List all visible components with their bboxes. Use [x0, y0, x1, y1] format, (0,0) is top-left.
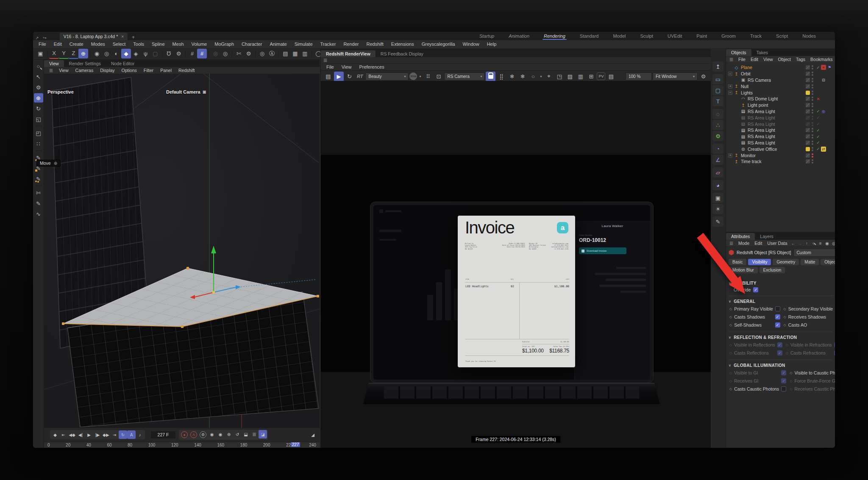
geometry[interactable]: Geometry: [773, 259, 799, 265]
keyframe-dot-icon[interactable]: ◇: [784, 307, 786, 311]
tweak-tool[interactable]: ⚙: [34, 83, 43, 92]
modeling-settings-button[interactable]: ⚙: [244, 49, 253, 58]
display-channel-button[interactable]: RGB: [409, 72, 417, 80]
attribute-toggle-row[interactable]: ◇ Visible in Reflections: [729, 342, 782, 347]
lock-camera-button[interactable]: [486, 72, 495, 81]
visibility-dots-icon[interactable]: [811, 103, 814, 107]
layer-badge[interactable]: [806, 65, 810, 69]
renderview-menu-item[interactable]: File: [323, 64, 338, 69]
attribute-checkbox[interactable]: [775, 322, 780, 327]
visibility-dots-icon[interactable]: [811, 147, 814, 151]
layer-badge[interactable]: [806, 97, 810, 101]
menu-item[interactable]: Volume: [188, 42, 211, 47]
attribute-checkbox[interactable]: [781, 378, 786, 383]
menu-item[interactable]: Select: [109, 42, 130, 47]
standard[interactable]: Standard: [573, 32, 606, 40]
hamburger-icon[interactable]: ☰: [321, 58, 330, 63]
object-tree-row[interactable]: ◇ Plane ●⚑: [726, 64, 835, 71]
attribute-checkbox[interactable]: [781, 386, 786, 391]
expand-toggle-icon[interactable]: −: [728, 91, 732, 95]
track-icon[interactable]: ◎: [831, 240, 835, 246]
menu-item[interactable]: Extensions: [387, 42, 418, 47]
keyframe-dot-icon[interactable]: ◇: [729, 387, 732, 391]
deformer-button[interactable]: ◔: [712, 144, 723, 154]
enabled-check-icon[interactable]: [815, 109, 821, 114]
texture-page-button[interactable]: ▢: [150, 49, 160, 58]
camera-button[interactable]: ▣: [712, 193, 723, 203]
palette-button[interactable]: [713, 166, 723, 166]
keyframe-dot-icon[interactable]: ◇: [784, 323, 786, 327]
bucket-rendering-button[interactable]: ⣿: [496, 72, 506, 81]
back-icon[interactable]: ←: [790, 240, 797, 246]
attribute-toggle-row[interactable]: ◇ Visible to Caustic Photons: [790, 370, 835, 375]
visibility-dots-icon[interactable]: [811, 65, 814, 69]
render-settings-button[interactable]: ▥: [300, 49, 310, 58]
hierarchy-mode-button[interactable]: ψ: [141, 49, 150, 58]
visibility-dots-icon[interactable]: [811, 109, 814, 114]
snap-toggle-button[interactable]: #: [187, 49, 197, 58]
object-name[interactable]: Plane: [741, 65, 804, 70]
material-button[interactable]: ✎: [712, 216, 723, 227]
attribute-checkbox[interactable]: [781, 370, 786, 375]
viewport-view-label[interactable]: Perspective: [47, 89, 74, 94]
visibility-dots-icon[interactable]: [811, 72, 814, 76]
object-name[interactable]: Orbit: [741, 71, 804, 76]
play-mode-button[interactable]: A: [127, 430, 136, 439]
show-diagnostics-button[interactable]: ▨: [565, 72, 575, 81]
object-name[interactable]: Creative Office: [748, 147, 804, 152]
keyframe-dot-icon[interactable]: ◇: [729, 315, 732, 319]
attributes-menu-item[interactable]: User Data: [765, 241, 790, 246]
cloner-button[interactable]: ∴: [712, 120, 723, 130]
record-parameter-toggle[interactable]: ⊕: [225, 430, 233, 438]
add-document-tab-button[interactable]: +: [128, 34, 139, 40]
record-rotation-toggle[interactable]: ◉: [216, 430, 225, 438]
attribute-toggle-row[interactable]: ◇ Force Brute-Force GI: [790, 378, 835, 383]
instance-button[interactable]: ▱: [712, 167, 723, 178]
start-ipr-button[interactable]: ▶: [334, 72, 344, 81]
visibility-dots-icon[interactable]: [811, 159, 814, 164]
layer-badge[interactable]: [806, 78, 810, 82]
objects-menu-item[interactable]: View: [761, 57, 776, 62]
zoom-level-field[interactable]: 100 %: [626, 72, 652, 80]
layout-arrow-icon[interactable]: ↗: [33, 36, 41, 40]
object-tree-row[interactable]: ▤ RS Area Light: [726, 114, 835, 121]
attribute-toggle-row[interactable]: ◇ Visible to GI: [729, 370, 786, 375]
object-tag-icon[interactable]: ⊡: [821, 78, 826, 83]
layer-badge[interactable]: [806, 116, 810, 120]
menu-item[interactable]: MoGraph: [211, 42, 238, 47]
menu-item[interactable]: Render: [339, 42, 362, 47]
menu-item[interactable]: Edit: [50, 42, 66, 47]
camera-icon[interactable]: ▣: [203, 90, 206, 94]
object-tree-row[interactable]: ◍ Creative Office ⇄: [726, 146, 835, 152]
keyframe-selection-button[interactable]: ⬓: [242, 430, 250, 438]
layer-badge[interactable]: [806, 72, 810, 76]
menu-item[interactable]: Tools: [129, 42, 148, 47]
visibility-dots-icon[interactable]: [811, 78, 814, 82]
toolbar-button[interactable]: [232, 50, 232, 57]
fit-region-button[interactable]: ◳: [554, 72, 564, 81]
focus-picker-button[interactable]: ⌖: [544, 72, 554, 81]
object-id[interactable]: Object ID: [821, 259, 835, 265]
object-tree-row[interactable]: ▣ RS Camera ⊡: [726, 77, 835, 83]
layer-badge[interactable]: [806, 122, 810, 126]
open-picture-viewer-button[interactable]: PV: [597, 72, 605, 80]
enable-axis-button[interactable]: ℧: [164, 49, 174, 58]
toolbar-button[interactable]: [312, 50, 312, 57]
layer-badge[interactable]: [806, 147, 810, 151]
toolbar-button[interactable]: [278, 50, 279, 57]
takes[interactable]: Takes: [751, 49, 773, 56]
expand-toggle-icon[interactable]: +: [728, 153, 732, 158]
keyframe-dot-icon[interactable]: ◇: [790, 371, 792, 375]
palette-button[interactable]: [713, 191, 723, 192]
object-name[interactable]: RS Camera: [748, 78, 804, 83]
field-button[interactable]: ∠: [712, 155, 723, 165]
loop-playback-button[interactable]: ↻: [119, 430, 127, 439]
palette-button[interactable]: [713, 107, 723, 108]
attribute-toggle-row[interactable]: ◇ Casts Caustic Photons: [729, 386, 786, 391]
enabled-check-icon[interactable]: [815, 115, 821, 120]
attribute-toggle-row[interactable]: ◇ Casts AO: [784, 322, 835, 327]
object-tag-icon[interactable]: ●: [821, 65, 826, 70]
viewport-menu-item[interactable]: Redshift: [175, 68, 198, 73]
objects-menu-item[interactable]: Bookmarks: [808, 57, 835, 62]
spline-pen-tool[interactable]: ∿: [34, 209, 43, 219]
